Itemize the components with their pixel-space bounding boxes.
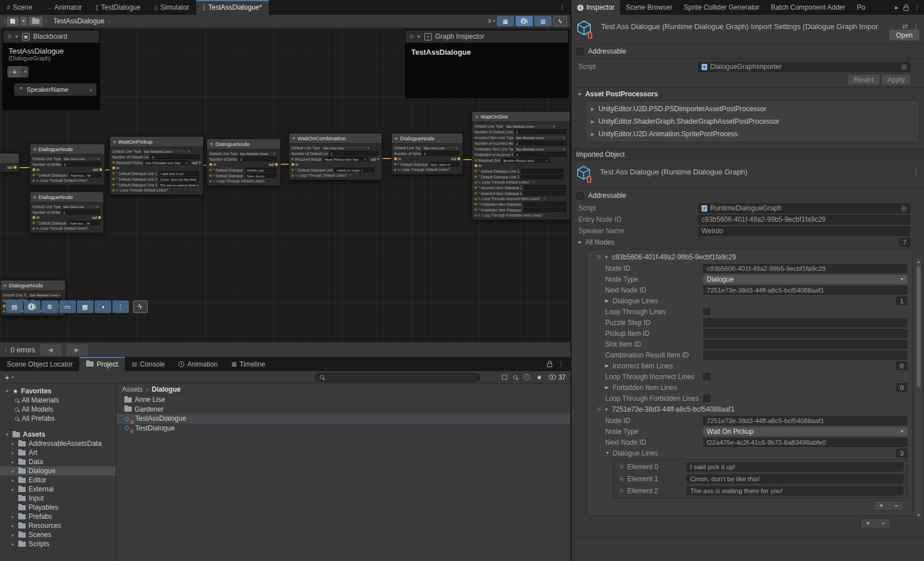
postprocessor-item[interactable]: ▶ UnityEditor.U2D.PSD.PSDImporterAssetPo… <box>586 103 919 115</box>
text-field[interactable]: 7251e73e-38d3-44ff-a8c5-bcf54088aaf1 <box>703 416 907 425</box>
node-text-field[interactable]: Fast boy... W <box>69 173 101 177</box>
graph-view-button[interactable]: ▥ ▥ <box>534 16 552 26</box>
array-size-field[interactable]: 0 <box>896 361 907 370</box>
input-port[interactable] <box>112 189 115 192</box>
script-field[interactable]: # DialogueGraphImporter ◎ <box>698 62 910 72</box>
output-port[interactable] <box>275 163 278 166</box>
addressable-checkbox[interactable] <box>576 48 583 55</box>
node-row[interactable]: ” ↻ Loop Through Default Lines? ▾ ◎ ✓ ou… <box>207 178 280 184</box>
node-row[interactable]: ” ↻ Loop Through Incorrect Item Lines? ▾… <box>472 196 570 201</box>
node-title-bar[interactable]: ≡ WaitOnPickup <box>110 137 203 147</box>
node-text-field[interactable]: 3 <box>150 155 200 159</box>
add-variable-button[interactable]: + <box>7 66 22 78</box>
input-port[interactable] <box>112 178 115 180</box>
node-dropdown[interactable]: Say Multiple Lines▾ <box>504 124 556 128</box>
checkbox[interactable]: ✓ <box>703 373 711 380</box>
node-row[interactable]: ” ↻ Default Dialogue Line 1 ▾ ◎ ✓ out <box>472 168 570 174</box>
node-entry-header[interactable]: ≡ ▼ 7251e73e-38d3-44ff-a8c5-bcf54088aaf1 <box>587 404 912 415</box>
graph-node[interactable]: ≡ DialogueNode ” ↻ Default Line Type Say… <box>391 133 463 174</box>
input-port[interactable] <box>209 180 212 182</box>
input-port[interactable] <box>209 169 212 171</box>
node-row[interactable]: ” ↻ Forbidden Item Dialogue Line 2 ▾ ◎ ✓… <box>472 207 570 213</box>
input-port[interactable] <box>33 180 35 182</box>
script-field[interactable]: # RuntimeDialogueGraph ◎ <box>698 204 910 213</box>
node-title-bar[interactable]: ≡ rtNode <box>0 153 19 164</box>
breadcrumb[interactable]: TestAssDialogue› <box>54 17 111 26</box>
node-dropdown[interactable]: Say Multiple Lines▾ <box>514 147 566 151</box>
node-row[interactable]: ” ↻ Forbidden Item Line Type Say Multipl… <box>472 146 570 152</box>
search-in-packages-icon[interactable] <box>513 375 517 379</box>
postprocessor-item[interactable]: ▶ UnityEditor.U2D.Animation.SpritePostPr… <box>586 128 919 140</box>
header-kebab-icon[interactable]: ⋮ <box>913 168 919 176</box>
text-field[interactable]: f22a475e-4c2f-41c6-9b73-6a83498abfe0 <box>703 438 907 447</box>
input-port[interactable] <box>475 176 477 178</box>
lock-icon[interactable] <box>547 363 552 367</box>
addressable-checkbox[interactable] <box>576 192 583 200</box>
graph-view-button[interactable]: i i <box>516 16 533 26</box>
search-input[interactable] <box>327 374 475 381</box>
panel-tab[interactable]: Project <box>79 357 124 371</box>
node-row[interactable]: ” ↻ Default Dialogue Line Fast boy... W▾… <box>30 172 104 178</box>
node-object-field[interactable]: Ass (Pickable Item Dat◎ <box>144 160 190 165</box>
foldout-arrow-icon[interactable]: ▸ <box>10 532 15 538</box>
node-row[interactable]: ” ↻ Number of Incorrect Item Lines 2▾ 2 … <box>472 140 570 146</box>
input-port[interactable] <box>33 227 35 230</box>
text-field[interactable] <box>703 329 907 338</box>
node-checkbox[interactable]: ✓ <box>532 181 536 184</box>
foldout-arrow-icon[interactable]: ▼ <box>5 432 10 437</box>
tab-overflow-kebab-icon[interactable]: ⋮ <box>559 3 566 11</box>
node-row[interactable]: ” ↻ ections ▾ ◎ ✓ out <box>0 165 19 170</box>
node-row[interactable]: ” ↻ Loop Through Default Lines? ▾ ◎ ✓ ou… <box>289 173 382 178</box>
hidden-items-toggle[interactable]: 37 <box>549 373 566 381</box>
graph-node[interactable]: ≡ DialogueNode ” ↻ Default Line Type Say… <box>30 192 104 233</box>
checkbox[interactable]: ✓ <box>703 395 711 402</box>
node-row[interactable]: ” ↻ Loop Through Default Lines? ▾ ◎ ✓ ou… <box>110 188 203 193</box>
favorites-item[interactable]: All Materials <box>0 396 116 405</box>
node-row[interactable]: ” ↻ Number of Default Lines 1▾ 1 1◎ ✓ ou… <box>289 151 382 156</box>
node-row[interactable]: ” ↻ Number of Default Lines 1▾ 1 1◎ ✓ ou… <box>30 161 104 167</box>
node-row[interactable]: ” ↻ Number of Default Lines 1▾ 1 1◎ ✓ ou… <box>392 151 463 156</box>
apply-button[interactable]: Apply <box>882 75 910 85</box>
tree-folder[interactable]: ▸ Input <box>0 494 116 503</box>
input-port[interactable] <box>112 161 115 164</box>
breadcrumb-current[interactable]: Dialogue <box>152 385 181 393</box>
tree-folder[interactable]: ▸ Dialogue <box>0 466 116 475</box>
node-checkbox[interactable]: ✓ <box>349 174 352 177</box>
node-row[interactable]: ” ↻ Default Dialogue Line 2 ▾ ◎ ✓ out <box>472 174 570 180</box>
foldout-arrow-icon[interactable]: ▶ <box>605 298 613 303</box>
drag-handle-icon[interactable]: ≡ <box>619 475 623 483</box>
array-size-field[interactable]: 3 <box>896 449 907 457</box>
input-port[interactable] <box>33 222 35 224</box>
array-size-field[interactable]: 1 <box>896 296 907 305</box>
all-nodes-foldout[interactable]: ▼ All Nodes 7 <box>572 237 924 248</box>
create-asset-button[interactable]: + <box>5 372 10 382</box>
breadcrumb-root[interactable]: Assets <box>122 385 143 393</box>
open-button[interactable]: Open <box>889 30 919 40</box>
node-text-field[interactable]: 2 <box>514 152 566 157</box>
node-row[interactable]: ” ↻ in ▾ ◎ ✓ out <box>30 215 103 220</box>
inspector-tab[interactable]: i Inspector <box>572 0 620 15</box>
node-row[interactable]: ” ↻ in ▾ ◎ ✓ out <box>289 162 382 167</box>
window-tab[interactable]: ζ TestDialogue <box>89 0 148 15</box>
node-row[interactable]: ” ↻ in ▾ ◎ ✓ out <box>110 165 203 170</box>
node-title-bar[interactable]: ≡ WaitOnSlot <box>472 112 570 122</box>
node-title-bar[interactable]: ≡ DialogueNode <box>1 280 65 291</box>
toolbar-button[interactable]: ⚙ ⚙ <box>42 300 58 313</box>
toolbar-button[interactable]: ▭ ▭ <box>59 300 76 313</box>
node-row[interactable]: ” ↻ Default Line Type Say Multiple Lines… <box>207 151 280 156</box>
file-row[interactable]: ◇ TestDialogue <box>116 424 570 433</box>
output-port[interactable] <box>14 166 17 169</box>
node-text-field[interactable]: Ohhhh yea, <box>245 168 277 172</box>
panel-tab[interactable]: Animation <box>172 357 224 371</box>
tree-folder[interactable]: ▸ Data <box>0 457 116 466</box>
search-field[interactable] <box>315 373 480 382</box>
node-row[interactable]: ” ↻ Loop Through Default Lines? ▾ ◎ ✓ ou… <box>392 167 463 172</box>
node-row[interactable]: ” ↻ Default Dialogue Line 1 Ohhhh yea,▾ … <box>207 167 280 173</box>
node-dropdown[interactable]: Say Multiple Lines▾ <box>238 151 277 156</box>
node-row[interactable]: ” ↻ Default Dialogue Line 2 Now, go on,▾… <box>207 173 280 178</box>
input-port[interactable] <box>112 172 115 174</box>
node-text-field[interactable] <box>521 169 564 173</box>
show-in-project-button[interactable] <box>29 17 43 26</box>
node-text-field[interactable] <box>524 208 566 212</box>
node-row[interactable]: ” ↻ in ▾ ◎ ✓ out <box>207 162 280 167</box>
